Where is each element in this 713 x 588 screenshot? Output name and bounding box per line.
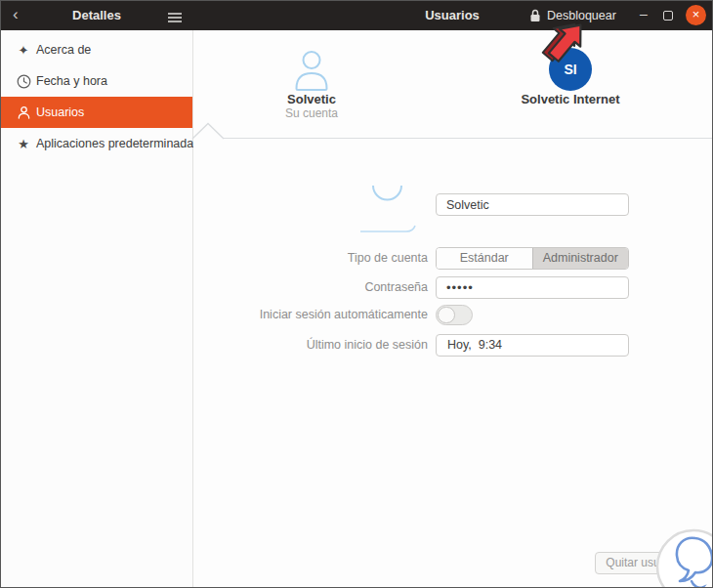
carousel-notch bbox=[191, 122, 227, 140]
hamburger-menu-icon[interactable] bbox=[167, 10, 183, 27]
carousel-divider bbox=[222, 138, 712, 139]
user-subtitle: Su cuenta bbox=[204, 106, 419, 120]
clock-icon bbox=[14, 65, 33, 97]
account-type-option-estandar[interactable]: Estándar bbox=[437, 248, 532, 269]
account-type-option-administrador[interactable]: Administrador bbox=[532, 248, 629, 269]
sidebar-item-label: Aplicaciones predeterminadas bbox=[36, 128, 199, 159]
sidebar-item-label: Usuarios bbox=[36, 97, 84, 128]
autologin-label: Iniciar sesión automáticamente bbox=[193, 305, 428, 325]
red-arrow-annotation-icon bbox=[538, 14, 593, 70]
user-name: Solvetic bbox=[204, 92, 419, 106]
account-type-segmented-control: Estándar Administrador bbox=[436, 247, 629, 270]
close-button[interactable]: × bbox=[686, 5, 706, 25]
maximize-button[interactable] bbox=[663, 11, 673, 21]
panel-title: Usuarios bbox=[425, 1, 480, 30]
user-avatar-icon bbox=[290, 48, 333, 95]
sidebar-item-label: Fecha y hora bbox=[36, 65, 107, 97]
person-icon bbox=[14, 97, 33, 128]
last-login-field[interactable]: Hoy, 9:34 bbox=[436, 334, 629, 357]
autologin-toggle[interactable] bbox=[436, 305, 473, 325]
sidebar-item-label: Acerca de bbox=[36, 34, 91, 65]
settings-sidebar: ✦ Acerca de Fecha y hora Usuarios ★ Apli… bbox=[1, 30, 193, 587]
solvetic-watermark-icon bbox=[650, 524, 713, 588]
toggle-knob bbox=[438, 307, 455, 323]
sidebar-item-aplicaciones-predeterminadas[interactable]: ★ Aplicaciones predeterminadas bbox=[1, 128, 192, 159]
password-field[interactable] bbox=[436, 276, 629, 299]
user-name: Solvetic Internet bbox=[463, 92, 678, 106]
hamburger-lines bbox=[167, 12, 183, 23]
large-avatar-partial-icon[interactable] bbox=[359, 182, 420, 242]
sidebar-item-usuarios[interactable]: Usuarios bbox=[1, 97, 192, 128]
fullname-input[interactable] bbox=[436, 193, 629, 216]
window-title: Detalles bbox=[1, 1, 192, 30]
sidebar-item-fecha-y-hora[interactable]: Fecha y hora bbox=[1, 65, 192, 97]
users-panel: Solvetic Su cuenta SI Solvetic Internet bbox=[193, 30, 712, 587]
sparkle-icon: ✦ bbox=[14, 34, 33, 65]
sidebar-item-acerca-de[interactable]: ✦ Acerca de bbox=[1, 34, 192, 65]
last-login-label: Último inicio de sesión bbox=[193, 334, 428, 357]
password-label: Contraseña bbox=[193, 276, 428, 299]
minimize-button[interactable]: – bbox=[634, 1, 653, 27]
titlebar: ‹ Detalles Usuarios Desbloquear – × bbox=[1, 1, 712, 30]
star-icon: ★ bbox=[14, 128, 33, 159]
account-type-label: Tipo de cuenta bbox=[193, 247, 428, 270]
gnome-settings-window: ‹ Detalles Usuarios Desbloquear – × ✦ Ac… bbox=[0, 0, 713, 588]
